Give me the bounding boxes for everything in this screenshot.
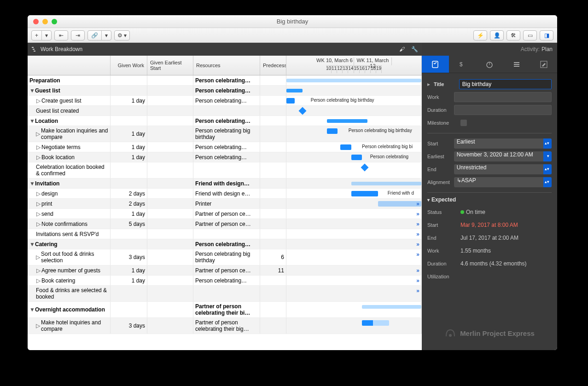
tab-finance[interactable]: $: [449, 56, 476, 73]
disclosure-icon[interactable]: ▼: [29, 118, 34, 124]
disclosure-icon[interactable]: ▷: [36, 254, 40, 260]
task-row[interactable]: ▷Create guest list1 dayPerson celebratin…: [28, 96, 422, 106]
col-predecessors[interactable]: Predecessors: [260, 56, 286, 75]
more-icon[interactable]: »: [416, 288, 419, 294]
gantt-bar[interactable]: [351, 191, 378, 196]
disclosure-icon[interactable]: ▷: [36, 267, 41, 274]
task-row[interactable]: ▷Sort out food & drinks selection3 daysP…: [28, 249, 422, 265]
task-row[interactable]: ▷Make location inquiries and compare1 da…: [28, 126, 422, 142]
col-name[interactable]: [28, 56, 111, 75]
exp-end-label: End: [427, 235, 457, 241]
status-dot-icon: [460, 210, 464, 214]
panel-left-button[interactable]: ▭: [523, 30, 537, 40]
gantt-bar[interactable]: [351, 182, 421, 185]
title-input[interactable]: [459, 79, 552, 89]
col-given-earliest[interactable]: Given Earliest Start: [147, 56, 193, 75]
start-select[interactable]: Earliest▴▾: [454, 138, 552, 149]
disclosure-icon[interactable]: ▼: [29, 306, 34, 313]
earliest-select[interactable]: November 3, 2020 at 12:00 AM▾: [454, 151, 552, 161]
gantt-bar[interactable]: [340, 144, 351, 150]
gantt-bar[interactable]: [327, 128, 338, 134]
more-icon[interactable]: »: [416, 221, 419, 227]
disclosure-icon[interactable]: ▷: [36, 144, 41, 150]
gantt-bar[interactable]: [351, 155, 362, 160]
disclosure-icon[interactable]: ▷: [36, 221, 41, 227]
gantt-bar[interactable]: [286, 89, 303, 92]
task-work: 1 day: [111, 96, 147, 105]
disclosure-icon[interactable]: ▼: [29, 241, 34, 248]
panel-right-button[interactable]: ◨: [540, 30, 553, 40]
add-button[interactable]: +▾: [31, 30, 52, 40]
task-row[interactable]: ▷Negotiate terms1 dayPerson celebrating……: [28, 142, 422, 152]
paint-icon[interactable]: 🖌: [399, 46, 405, 52]
more-icon[interactable]: »: [416, 231, 419, 237]
tab-list[interactable]: [503, 56, 530, 73]
more-icon[interactable]: »: [416, 251, 419, 258]
disclosure-icon[interactable]: ▼: [29, 180, 34, 187]
task-row[interactable]: Food & drinks are selected & booked»: [28, 286, 422, 302]
more-icon[interactable]: »: [416, 211, 419, 217]
disclosure-icon[interactable]: ▷: [36, 277, 41, 284]
tools-button[interactable]: 🛠: [506, 30, 520, 40]
milestone-icon[interactable]: [299, 107, 307, 115]
task-row[interactable]: ▷design2 daysFriend with design e…Friend…: [28, 189, 422, 199]
gantt-bar[interactable]: [286, 79, 421, 82]
expected-section[interactable]: Expected: [427, 196, 552, 203]
tab-info[interactable]: [422, 56, 449, 73]
more-icon[interactable]: »: [416, 277, 419, 284]
more-icon[interactable]: »: [416, 267, 419, 274]
gantt-bar[interactable]: [327, 119, 367, 123]
alignment-select[interactable]: ↳ASAP▴▾: [454, 177, 552, 187]
task-row[interactable]: ▷send1 dayPartner of person ce…»: [28, 209, 422, 219]
work-input[interactable]: [454, 92, 552, 102]
task-row[interactable]: ▷print2 daysPrinter»: [28, 199, 422, 209]
disclosure-icon[interactable]: ▼: [29, 87, 34, 94]
task-row[interactable]: ▷Note confirmations5 daysPartner of pers…: [28, 219, 422, 229]
tab-timer[interactable]: [476, 56, 503, 73]
task-row[interactable]: Guest list created: [28, 106, 422, 116]
task-row[interactable]: ▼Guest listPerson celebrating…: [28, 86, 422, 96]
task-predecessor: [260, 86, 286, 95]
task-row[interactable]: ▼InvitationFriend with design…: [28, 179, 422, 189]
gantt-bar[interactable]: [362, 305, 421, 309]
gear-button[interactable]: ⚙ ▾: [114, 30, 130, 40]
gantt-bar[interactable]: [362, 320, 389, 326]
more-icon[interactable]: »: [416, 201, 419, 207]
link-button[interactable]: 🔗▾: [87, 30, 111, 40]
gantt-bar[interactable]: [286, 98, 295, 104]
outdent-button[interactable]: ⇤: [54, 30, 68, 40]
task-row[interactable]: ▷Agree number of guests1 dayPartner of p…: [28, 265, 422, 276]
disclosure-icon[interactable]: ▷: [36, 211, 41, 217]
task-row[interactable]: ▼LocationPerson celebrating…: [28, 116, 422, 126]
task-row[interactable]: Celebration location booked & confirmed: [28, 162, 422, 179]
col-resources[interactable]: Resources: [193, 56, 260, 75]
col-given-work[interactable]: Given Work: [111, 56, 147, 75]
disclosure-icon[interactable]: ▷: [36, 154, 41, 161]
gantt-bar[interactable]: [378, 201, 421, 207]
disclosure-icon[interactable]: ▷: [36, 131, 40, 137]
indent-button[interactable]: ⇥: [71, 30, 85, 40]
person-button[interactable]: 👤: [490, 30, 504, 40]
disclosure-icon[interactable]: ▷: [36, 323, 40, 329]
wrench-icon[interactable]: 🔧: [411, 46, 418, 52]
task-row[interactable]: PreparationPerson celebrating…: [28, 75, 422, 86]
bolt-button[interactable]: ⚡: [473, 30, 487, 40]
milestone-checkbox[interactable]: [460, 120, 467, 126]
tab-edit[interactable]: [530, 56, 557, 73]
task-row[interactable]: Invitations sent & RSVP'd»: [28, 229, 422, 239]
task-row[interactable]: ▼Overnight accommodationPartner of perso…: [28, 302, 422, 318]
task-row[interactable]: ▷Book location1 dayPerson celebrating…Pe…: [28, 152, 422, 162]
task-work: 1 day: [111, 276, 147, 285]
disclosure-icon[interactable]: ▷: [36, 98, 41, 104]
end-select[interactable]: Unrestricted▴▾: [454, 164, 552, 174]
gantt-cell: [286, 179, 422, 188]
task-row[interactable]: ▼CateringPerson celebrating…»: [28, 239, 422, 249]
duration-input[interactable]: [454, 105, 552, 115]
disclosure-icon[interactable]: ▷: [36, 201, 41, 207]
milestone-icon[interactable]: [361, 164, 369, 172]
more-icon[interactable]: »: [416, 241, 419, 248]
task-work: 1 day: [111, 142, 147, 152]
task-row[interactable]: ▷Make hotel inquiries and compare3 daysP…: [28, 318, 422, 334]
disclosure-icon[interactable]: ▷: [36, 190, 41, 197]
task-row[interactable]: ▷Book catering1 dayPerson celebrating…»: [28, 276, 422, 286]
